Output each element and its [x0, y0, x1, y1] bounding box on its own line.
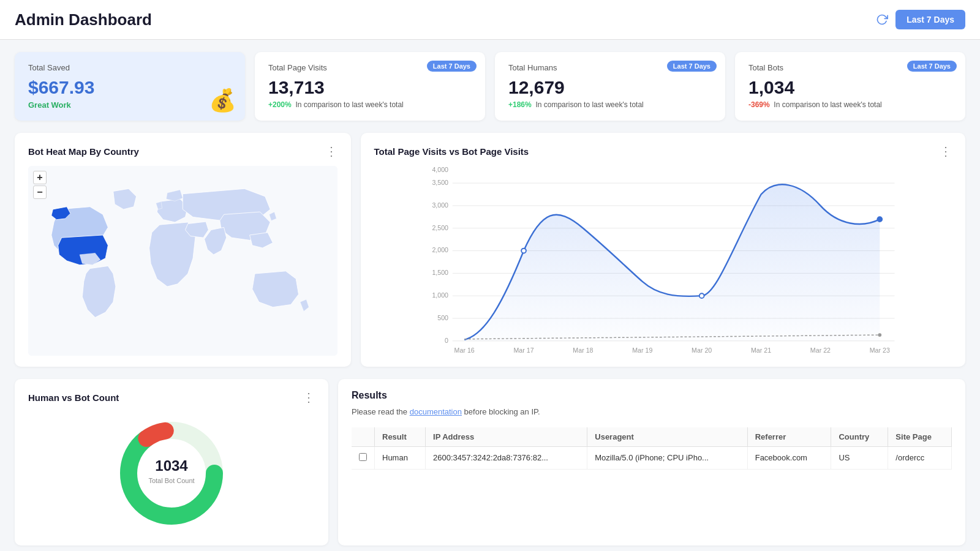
- table-row: Human 2600:3457:3242:2da8:7376:82... Moz…: [352, 446, 952, 469]
- row-checkbox[interactable]: [359, 453, 367, 461]
- svg-text:3,000: 3,000: [432, 201, 448, 209]
- page-title: Admin Dashboard: [15, 10, 152, 29]
- stat-saved-value: $667.93: [28, 77, 232, 98]
- col-sitepage: Site Page: [888, 427, 952, 447]
- results-table-head: Result IP Address Useragent Referrer Cou…: [352, 427, 952, 447]
- header-controls: Last 7 Days: [876, 10, 965, 29]
- svg-text:Mar 18: Mar 18: [573, 347, 593, 354]
- svg-text:1034: 1034: [155, 457, 188, 474]
- svg-text:Mar 16: Mar 16: [454, 347, 474, 354]
- stat-bots-pct: -369%: [748, 100, 770, 109]
- bottom-row: Human vs Bot Count ⋮ 1034 Total Bot Coun…: [15, 379, 965, 545]
- donut-more-button[interactable]: ⋮: [303, 390, 315, 405]
- donut-title: Human vs Bot Count: [28, 392, 119, 403]
- results-table-wrapper: Result IP Address Useragent Referrer Cou…: [352, 427, 952, 470]
- svg-text:3,500: 3,500: [432, 179, 448, 186]
- row-referrer: Facebook.com: [747, 446, 831, 469]
- svg-point-27: [877, 217, 882, 222]
- stat-humans-value: 12,679: [508, 77, 712, 98]
- svg-text:4,000: 4,000: [432, 166, 448, 173]
- stat-visits-value: 13,713: [268, 77, 472, 98]
- linechart-container: 0 500 1,000 1,500 2,000 2,500 3,000 3,50…: [374, 166, 952, 356]
- svg-text:Mar 23: Mar 23: [869, 347, 889, 354]
- svg-text:Mar 21: Mar 21: [751, 347, 771, 354]
- results-table: Result IP Address Useragent Referrer Cou…: [352, 427, 952, 470]
- row-country: US: [831, 446, 888, 469]
- results-card: Results Please read the documentation be…: [338, 379, 965, 545]
- results-description: Please read the documentation before blo…: [352, 406, 952, 419]
- last7days-button[interactable]: Last 7 Days: [895, 10, 965, 29]
- charts-row: Bot Heat Map By Country ⋮ + −: [15, 133, 965, 367]
- stat-page-visits: Last 7 Days Total Page Visits 13,713 +20…: [255, 52, 485, 121]
- heatmap-card: Bot Heat Map By Country ⋮ + −: [15, 133, 351, 367]
- results-desc-suffix: before blocking an IP.: [462, 407, 540, 416]
- stat-visits-change-text: In comparison to last week's total: [295, 100, 403, 109]
- stat-visits-pct: +200%: [268, 100, 292, 109]
- money-icon: 💰: [209, 88, 236, 113]
- stat-humans: Last 7 Days Total Humans 12,679 +186% In…: [495, 52, 725, 121]
- map-zoom-out-button[interactable]: −: [33, 186, 47, 199]
- results-header-row: Result IP Address Useragent Referrer Cou…: [352, 427, 952, 447]
- results-table-body: Human 2600:3457:3242:2da8:7376:82... Moz…: [352, 446, 952, 469]
- col-result: Result: [375, 427, 426, 447]
- svg-text:500: 500: [437, 314, 448, 321]
- svg-text:1,000: 1,000: [432, 291, 448, 299]
- stat-visits-badge: Last 7 Days: [427, 61, 477, 72]
- stat-bots: Last 7 Days Total Bots 1,034 -369% In co…: [735, 52, 965, 121]
- stat-saved-subtitle: Great Work: [28, 100, 232, 110]
- svg-text:2,000: 2,000: [432, 246, 448, 253]
- svg-point-25: [521, 249, 526, 253]
- header: Admin Dashboard Last 7 Days: [0, 0, 980, 40]
- heatmap-more-button[interactable]: ⋮: [325, 144, 337, 159]
- results-title: Results: [352, 390, 952, 401]
- refresh-button[interactable]: [876, 13, 888, 26]
- stat-bots-change: -369% In comparison to last week's total: [748, 100, 952, 109]
- col-useragent: Useragent: [587, 427, 747, 447]
- row-sitepage: /ordercc: [888, 446, 952, 469]
- col-country: Country: [831, 427, 888, 447]
- stat-bots-change-text: In comparison to last week's total: [774, 100, 881, 109]
- svg-text:Mar 22: Mar 22: [810, 347, 830, 354]
- documentation-link[interactable]: documentation: [410, 407, 462, 416]
- svg-text:Mar 19: Mar 19: [632, 347, 652, 354]
- map-zoom-in-button[interactable]: +: [33, 171, 47, 184]
- stat-visits-change: +200% In comparison to last week's total: [268, 100, 472, 109]
- heatmap-title: Bot Heat Map By Country: [28, 146, 139, 157]
- stat-bots-value: 1,034: [748, 77, 952, 98]
- row-result: Human: [375, 446, 426, 469]
- col-checkbox: [352, 427, 375, 447]
- svg-text:Mar 20: Mar 20: [692, 347, 712, 354]
- linechart-more-button[interactable]: ⋮: [940, 144, 952, 159]
- svg-point-28: [878, 333, 881, 337]
- map-container: + −: [28, 166, 337, 356]
- donut-card: Human vs Bot Count ⋮ 1034 Total Bot Coun…: [15, 379, 328, 545]
- row-checkbox-cell[interactable]: [352, 446, 375, 469]
- svg-text:2,500: 2,500: [432, 224, 448, 231]
- stat-humans-change-text: In comparison to last week's total: [535, 100, 643, 109]
- stat-humans-pct: +186%: [508, 100, 532, 109]
- map-controls: + −: [33, 171, 47, 199]
- svg-text:Total Bot Count: Total Bot Count: [148, 477, 194, 484]
- col-referrer: Referrer: [747, 427, 831, 447]
- linechart-title: Total Page Visits vs Bot Page Visits: [374, 146, 529, 157]
- stat-humans-change: +186% In comparison to last week's total: [508, 100, 712, 109]
- donut-container: 1034 Total Bot Count: [28, 412, 315, 534]
- stat-total-saved: Total Saved $667.93 Great Work 💰: [15, 52, 245, 121]
- stat-humans-badge: Last 7 Days: [667, 61, 717, 72]
- heatmap-header: Bot Heat Map By Country ⋮: [28, 144, 337, 159]
- linechart-card: Total Page Visits vs Bot Page Visits ⋮ 0…: [361, 133, 965, 367]
- svg-text:1,500: 1,500: [432, 269, 448, 276]
- svg-text:0: 0: [445, 337, 448, 344]
- stat-saved-label: Total Saved: [28, 63, 232, 72]
- main-content: Total Saved $667.93 Great Work 💰 Last 7 …: [0, 40, 980, 551]
- donut-header: Human vs Bot Count ⋮: [28, 390, 315, 405]
- results-desc-prefix: Please read the: [352, 407, 410, 416]
- svg-text:Mar 17: Mar 17: [513, 347, 533, 354]
- svg-point-26: [699, 293, 704, 298]
- col-ip: IP Address: [426, 427, 587, 447]
- linechart-header: Total Page Visits vs Bot Page Visits ⋮: [374, 144, 952, 159]
- row-ip: 2600:3457:3242:2da8:7376:82...: [426, 446, 587, 469]
- stat-bots-badge: Last 7 Days: [907, 61, 957, 72]
- row-useragent: Mozilla/5.0 (iPhone; CPU iPho...: [587, 446, 747, 469]
- stats-row: Total Saved $667.93 Great Work 💰 Last 7 …: [15, 52, 965, 121]
